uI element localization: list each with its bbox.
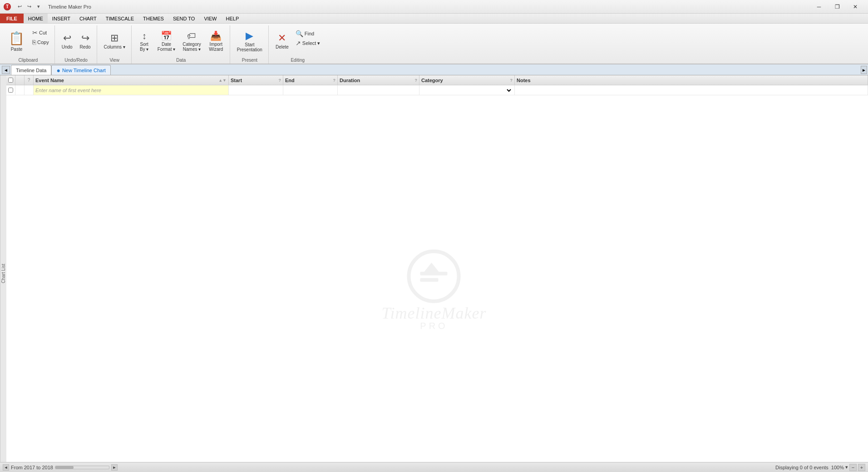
header-duration[interactable]: Duration ? [338,75,419,85]
title-bar: T ↩ ↪ ▾ Timeline Maker Pro ─ ❐ ✕ [0,0,868,14]
view-label: View [109,58,119,63]
import-wizard-label: ImportWizard [209,42,223,52]
end-header-label: End [285,78,295,83]
start-presentation-button[interactable]: ▶ StartPresentation [234,27,266,55]
undo-quick-btn[interactable]: ↩ [15,3,24,11]
header-category[interactable]: Category ? [419,75,515,85]
redo-icon: ↪ [81,33,89,43]
presentation-label: StartPresentation [237,42,262,52]
restore-button[interactable]: ❐ [828,0,846,14]
menu-send-to[interactable]: SEND TO [168,14,200,23]
notes-header-label: Notes [517,78,531,83]
minimize-button[interactable]: ─ [810,0,828,14]
category-names-icon: 🏷 [187,31,196,40]
tab-bar: ◄ Timeline Data ● New Timeline Chart ► [0,64,868,75]
find-button[interactable]: 🔍 Find [293,29,323,38]
clipboard-content: 📋 Paste ✂ Cut ⎘ Copy [5,25,52,58]
new-tab-icon: ● [56,67,60,74]
category-select[interactable] [421,87,513,93]
ribbon: 📋 Paste ✂ Cut ⎘ Copy Clipboard ↩ Undo [0,24,868,64]
header-start[interactable]: Start ? [229,75,283,85]
menu-themes[interactable]: THEMES [138,14,168,23]
tab-timeline-data[interactable]: Timeline Data [11,65,51,75]
menu-chart[interactable]: CHART [75,14,101,23]
paste-icon: 📋 [9,31,25,46]
columns-button[interactable]: ⊞ Columns ▾ [101,27,128,55]
row-end[interactable] [283,85,338,95]
row-start[interactable] [229,85,283,95]
category-sort-icon: ? [510,78,513,83]
app-title: Timeline Maker Pro [48,4,91,10]
tab-nav-left[interactable]: ◄ [2,66,10,74]
menu-view[interactable]: VIEW [199,14,221,23]
tab-nav-right[interactable]: ► [861,66,867,74]
cut-button[interactable]: ✂ Cut [30,28,52,37]
category-names-button[interactable]: 🏷 CategoryNames ▾ [179,27,204,55]
delete-button[interactable]: ✕ Delete [272,27,292,55]
editing-label: Editing [291,58,305,63]
row-num [15,85,25,95]
present-content: ▶ StartPresentation [234,25,266,58]
copy-label: Copy [37,39,49,45]
view-content: ⊞ Columns ▾ [101,25,128,58]
zoom-level-label: 100% [831,465,844,470]
menu-home[interactable]: HOME [24,14,48,23]
chart-list-sidebar[interactable]: Chart List [0,75,6,472]
status-bar: ◄ From 2017 to 2018 ► Displaying 0 of 0 … [0,462,868,472]
quick-access-dropdown[interactable]: ▾ [35,3,43,11]
columns-label: Columns ▾ [104,44,125,49]
grid-container: ? Event Name ▲▼ Start ? End ? Duration ? [6,75,868,472]
redo-quick-btn[interactable]: ↪ [25,3,33,11]
scroll-thumb [55,466,74,469]
row-flag [25,85,34,95]
menu-file[interactable]: FILE [0,14,24,23]
columns-icon: ⊞ [110,33,118,43]
start-header-label: Start [231,78,242,83]
scroll-track[interactable] [55,466,109,469]
row-category[interactable] [419,85,515,95]
menu-help[interactable]: HELP [222,14,244,23]
row-notes[interactable] [515,85,868,95]
start-sort-icon: ? [279,78,281,83]
ribbon-group-data: ↕ SortBy ▾ 📅 DateFormat ▾ 🏷 CategoryName… [133,25,230,64]
header-event-name[interactable]: Event Name ▲▼ [34,75,229,85]
import-wizard-button[interactable]: 📥 ImportWizard [205,27,227,55]
menu-timescale[interactable]: TIMESCALE [101,14,138,23]
new-timeline-chart-tab[interactable]: ● New Timeline Chart [51,65,110,75]
select-button[interactable]: ↗ Select ▾ [293,39,323,48]
close-button[interactable]: ✕ [846,0,864,14]
date-format-button[interactable]: 📅 DateFormat ▾ [154,27,178,55]
row-duration[interactable] [338,85,419,95]
scroll-left-btn[interactable]: ◄ [3,464,9,471]
category-names-label: CategoryNames ▾ [182,42,201,52]
new-tab-label: New Timeline Chart [62,68,106,73]
header-end[interactable]: End ? [283,75,338,85]
row-select-checkbox[interactable] [8,88,13,93]
select-label: Select ▾ [302,40,321,46]
zoom-controls: 100% ▾ − + [831,464,865,471]
paste-button[interactable]: 📋 Paste [5,27,29,55]
zoom-out-btn[interactable]: − [849,464,857,471]
header-checkbox-col [6,75,15,85]
select-all-checkbox[interactable] [8,78,13,83]
find-icon: 🔍 [296,30,303,37]
grid-header: ? Event Name ▲▼ Start ? End ? Duration ? [6,75,868,85]
date-range-label: From 2017 to 2018 [11,465,53,470]
redo-button[interactable]: ↪ Redo [77,27,94,55]
header-num-col [15,75,25,85]
menu-insert[interactable]: INSERT [48,14,75,23]
copy-button[interactable]: ⎘ Copy [30,38,52,47]
scroll-right-btn[interactable]: ► [111,464,118,471]
zoom-in-btn[interactable]: + [858,464,865,471]
presentation-icon: ▶ [246,31,253,41]
cut-copy-col: ✂ Cut ⎘ Copy [30,27,52,55]
sort-label: SortBy ▾ [140,42,148,52]
data-area: Chart List ? Event Name ▲▼ Start ? End [0,75,868,472]
row-event-name[interactable]: Enter name of first event here [34,85,229,95]
editing-content: ✕ Delete 🔍 Find ↗ Select ▾ [272,25,323,58]
undo-button[interactable]: ↩ Undo [59,27,76,55]
duration-sort-icon: ? [415,78,418,83]
sort-button[interactable]: ↕ SortBy ▾ [135,27,153,55]
clipboard-label: Clipboard [18,58,38,63]
header-notes[interactable]: Notes [515,75,868,85]
